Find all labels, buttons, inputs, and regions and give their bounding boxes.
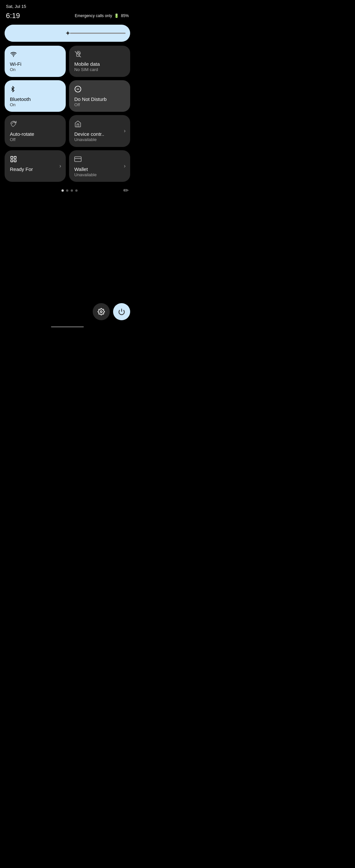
- bluetooth-label: Bluetooth: [10, 96, 61, 102]
- mobile-data-sublabel: No SIM card: [74, 67, 125, 72]
- wallet-chevron: ›: [124, 163, 126, 169]
- bluetooth-sublabel: On: [10, 102, 61, 107]
- dnd-tile[interactable]: Do Not Disturb Off: [69, 80, 130, 112]
- auto-rotate-icon: [10, 120, 17, 129]
- brightness-track: [70, 33, 126, 34]
- ready-for-label: Ready For: [10, 166, 61, 172]
- device-controls-label: Device contr..: [74, 131, 125, 137]
- dot-3: [71, 189, 73, 192]
- ready-for-tile[interactable]: Ready For ›: [5, 150, 66, 182]
- wallet-label: Wallet: [74, 166, 125, 172]
- dot-2: [66, 189, 68, 192]
- battery-icon: 🔋: [114, 13, 119, 18]
- mobile-data-label: Mobile data: [74, 61, 125, 67]
- edit-button[interactable]: ✏: [123, 186, 129, 194]
- dot-4: [75, 189, 77, 192]
- battery-level: 85%: [121, 13, 129, 18]
- nav-bar: [51, 326, 84, 328]
- power-button[interactable]: [113, 303, 130, 320]
- brightness-slider[interactable]: ✦: [5, 25, 130, 42]
- svg-rect-11: [75, 156, 81, 161]
- wallet-sublabel: Unavailable: [74, 172, 125, 178]
- bottom-action-buttons: [93, 303, 130, 320]
- mobile-data-icon: [74, 51, 82, 59]
- device-controls-chevron: ›: [124, 128, 126, 134]
- wallet-icon: [74, 156, 82, 164]
- quick-tiles-grid: Wi-Fi On Mobile data No SIM: [5, 46, 130, 182]
- svg-rect-10: [14, 160, 16, 162]
- status-right: Emergency calls only 🔋 85%: [75, 13, 129, 18]
- page-navigation: ✏: [0, 182, 135, 194]
- device-controls-tile[interactable]: Device contr.. Unavailable ›: [69, 115, 130, 147]
- dnd-icon: [74, 86, 82, 94]
- wifi-icon: [10, 51, 17, 59]
- wifi-tile[interactable]: Wi-Fi On: [5, 46, 66, 77]
- emergency-text: Emergency calls only: [75, 13, 112, 18]
- auto-rotate-sublabel: Off: [10, 137, 61, 143]
- dnd-sublabel: Off: [74, 102, 125, 107]
- device-controls-sublabel: Unavailable: [74, 137, 125, 143]
- device-controls-icon: [74, 120, 82, 129]
- wifi-sublabel: On: [10, 67, 61, 72]
- ready-for-icon: [10, 156, 17, 164]
- status-date: Sat, Jul 15: [6, 4, 129, 9]
- dot-1: [61, 189, 64, 192]
- wifi-label: Wi-Fi: [10, 61, 61, 67]
- svg-rect-9: [11, 160, 13, 162]
- settings-button[interactable]: [93, 303, 110, 320]
- auto-rotate-label: Auto-rotate: [10, 131, 61, 137]
- dnd-label: Do Not Disturb: [74, 96, 125, 102]
- bluetooth-tile[interactable]: Bluetooth On: [5, 80, 66, 112]
- wallet-tile[interactable]: Wallet Unavailable ›: [69, 150, 130, 182]
- ready-for-chevron: ›: [60, 163, 61, 169]
- page-dots: [61, 189, 77, 192]
- status-bar: Sat, Jul 15 6:19 Emergency calls only 🔋 …: [0, 0, 135, 21]
- bluetooth-icon: [10, 86, 16, 94]
- quick-settings-panel: ✦ Wi-Fi On: [0, 21, 135, 182]
- svg-rect-8: [14, 156, 16, 158]
- auto-rotate-tile[interactable]: Auto-rotate Off: [5, 115, 66, 147]
- svg-point-13: [100, 311, 102, 313]
- mobile-data-tile[interactable]: Mobile data No SIM card: [69, 46, 130, 77]
- brightness-fill: [5, 25, 70, 42]
- status-time: 6:19: [6, 11, 20, 20]
- brightness-icon: ✦: [65, 29, 71, 37]
- svg-rect-7: [11, 156, 13, 158]
